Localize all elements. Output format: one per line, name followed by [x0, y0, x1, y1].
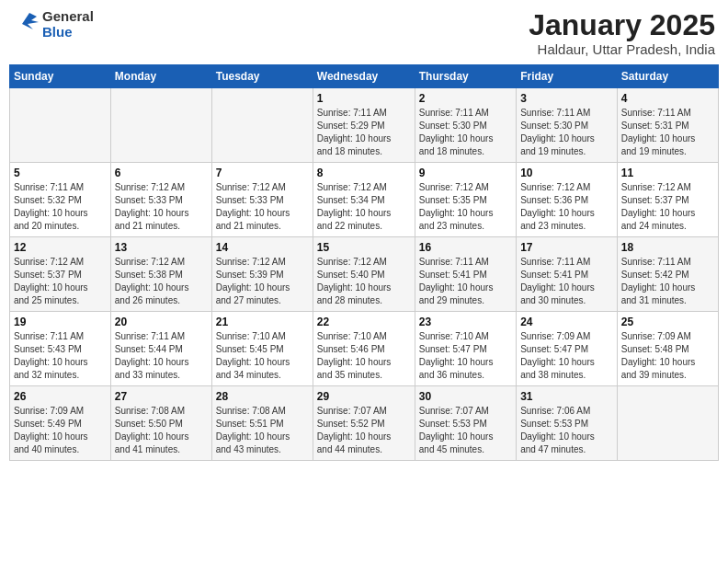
day-number: 23	[419, 316, 512, 328]
table-row	[617, 386, 718, 461]
col-wednesday: Wednesday	[313, 65, 415, 88]
calendar-week-row: 5Sunrise: 7:11 AMSunset: 5:32 PMDaylight…	[10, 163, 719, 237]
table-row: 12Sunrise: 7:12 AMSunset: 5:37 PMDayligh…	[10, 237, 111, 312]
day-info: Sunrise: 7:08 AMSunset: 5:51 PMDaylight:…	[216, 405, 309, 456]
table-row: 10Sunrise: 7:12 AMSunset: 5:36 PMDayligh…	[517, 163, 618, 237]
day-number: 11	[621, 167, 714, 179]
day-info: Sunrise: 7:11 AMSunset: 5:41 PMDaylight:…	[520, 256, 613, 307]
day-info: Sunrise: 7:12 AMSunset: 5:33 PMDaylight:…	[115, 181, 208, 233]
col-sunday: Sunday	[10, 65, 111, 88]
table-row	[110, 88, 211, 163]
day-info: Sunrise: 7:08 AMSunset: 5:50 PMDaylight:…	[115, 405, 208, 456]
table-row: 23Sunrise: 7:10 AMSunset: 5:47 PMDayligh…	[415, 312, 516, 386]
day-info: Sunrise: 7:10 AMSunset: 5:47 PMDaylight:…	[419, 330, 512, 382]
table-row: 1Sunrise: 7:11 AMSunset: 5:29 PMDaylight…	[313, 88, 415, 163]
table-row: 17Sunrise: 7:11 AMSunset: 5:41 PMDayligh…	[517, 237, 618, 312]
table-row: 4Sunrise: 7:11 AMSunset: 5:31 PMDaylight…	[617, 88, 718, 163]
day-number: 26	[14, 390, 107, 403]
table-row: 13Sunrise: 7:12 AMSunset: 5:38 PMDayligh…	[110, 237, 211, 312]
logo-general: General	[42, 9, 94, 25]
day-number: 25	[621, 316, 714, 328]
calendar-header-row: Sunday Monday Tuesday Wednesday Thursday…	[10, 65, 719, 88]
calendar-week-row: 26Sunrise: 7:09 AMSunset: 5:49 PMDayligh…	[10, 386, 719, 461]
table-row: 28Sunrise: 7:08 AMSunset: 5:51 PMDayligh…	[211, 386, 313, 461]
day-info: Sunrise: 7:12 AMSunset: 5:34 PMDaylight:…	[317, 181, 411, 233]
day-info: Sunrise: 7:11 AMSunset: 5:41 PMDaylight:…	[419, 256, 512, 307]
day-info: Sunrise: 7:11 AMSunset: 5:43 PMDaylight:…	[14, 330, 107, 382]
col-thursday: Thursday	[415, 65, 516, 88]
table-row: 25Sunrise: 7:09 AMSunset: 5:48 PMDayligh…	[617, 312, 718, 386]
table-row: 8Sunrise: 7:12 AMSunset: 5:34 PMDaylight…	[313, 163, 415, 237]
day-number: 18	[621, 241, 714, 254]
day-number: 7	[216, 167, 309, 179]
day-info: Sunrise: 7:11 AMSunset: 5:31 PMDaylight:…	[621, 107, 714, 158]
day-number: 5	[14, 167, 107, 179]
calendar-title: January 2025	[529, 9, 715, 41]
day-info: Sunrise: 7:11 AMSunset: 5:29 PMDaylight:…	[317, 107, 411, 158]
day-number: 17	[520, 241, 613, 254]
day-number: 4	[621, 92, 714, 105]
calendar-subtitle: Haldaur, Uttar Pradesh, India	[529, 41, 715, 57]
day-number: 16	[419, 241, 512, 254]
day-info: Sunrise: 7:10 AMSunset: 5:45 PMDaylight:…	[216, 330, 309, 382]
table-row: 24Sunrise: 7:09 AMSunset: 5:47 PMDayligh…	[517, 312, 618, 386]
table-row: 6Sunrise: 7:12 AMSunset: 5:33 PMDaylight…	[110, 163, 211, 237]
table-row: 20Sunrise: 7:11 AMSunset: 5:44 PMDayligh…	[110, 312, 211, 386]
day-info: Sunrise: 7:12 AMSunset: 5:33 PMDaylight:…	[216, 181, 309, 233]
day-number: 15	[317, 241, 411, 254]
day-number: 14	[216, 241, 309, 254]
page-header: General Blue January 2025 Haldaur, Uttar…	[9, 9, 719, 57]
day-number: 13	[115, 241, 208, 254]
day-number: 2	[419, 92, 512, 105]
day-info: Sunrise: 7:12 AMSunset: 5:37 PMDaylight:…	[621, 181, 714, 233]
day-info: Sunrise: 7:10 AMSunset: 5:46 PMDaylight:…	[317, 330, 411, 382]
table-row: 2Sunrise: 7:11 AMSunset: 5:30 PMDaylight…	[415, 88, 516, 163]
day-number: 21	[216, 316, 309, 328]
table-row: 5Sunrise: 7:11 AMSunset: 5:32 PMDaylight…	[10, 163, 111, 237]
day-info: Sunrise: 7:12 AMSunset: 5:37 PMDaylight:…	[14, 256, 107, 307]
table-row: 7Sunrise: 7:12 AMSunset: 5:33 PMDaylight…	[211, 163, 313, 237]
day-info: Sunrise: 7:06 AMSunset: 5:53 PMDaylight:…	[520, 405, 613, 456]
table-row: 31Sunrise: 7:06 AMSunset: 5:53 PMDayligh…	[517, 386, 618, 461]
day-number: 9	[419, 167, 512, 179]
table-row: 3Sunrise: 7:11 AMSunset: 5:30 PMDaylight…	[517, 88, 618, 163]
day-number: 31	[520, 390, 613, 403]
day-number: 28	[216, 390, 309, 403]
day-info: Sunrise: 7:12 AMSunset: 5:40 PMDaylight:…	[317, 256, 411, 307]
logo-blue: Blue	[42, 25, 94, 40]
day-info: Sunrise: 7:12 AMSunset: 5:38 PMDaylight:…	[115, 256, 208, 307]
table-row	[10, 88, 111, 163]
table-row: 26Sunrise: 7:09 AMSunset: 5:49 PMDayligh…	[10, 386, 111, 461]
col-saturday: Saturday	[617, 65, 718, 88]
day-number: 12	[14, 241, 107, 254]
calendar-week-row: 1Sunrise: 7:11 AMSunset: 5:29 PMDaylight…	[10, 88, 719, 163]
table-row: 29Sunrise: 7:07 AMSunset: 5:52 PMDayligh…	[313, 386, 415, 461]
col-monday: Monday	[110, 65, 211, 88]
day-number: 19	[14, 316, 107, 328]
day-info: Sunrise: 7:07 AMSunset: 5:53 PMDaylight:…	[419, 405, 512, 456]
table-row: 21Sunrise: 7:10 AMSunset: 5:45 PMDayligh…	[211, 312, 313, 386]
table-row: 14Sunrise: 7:12 AMSunset: 5:39 PMDayligh…	[211, 237, 313, 312]
day-info: Sunrise: 7:12 AMSunset: 5:35 PMDaylight:…	[419, 181, 512, 233]
table-row: 27Sunrise: 7:08 AMSunset: 5:50 PMDayligh…	[110, 386, 211, 461]
table-row: 15Sunrise: 7:12 AMSunset: 5:40 PMDayligh…	[313, 237, 415, 312]
day-info: Sunrise: 7:11 AMSunset: 5:30 PMDaylight:…	[419, 107, 512, 158]
col-friday: Friday	[517, 65, 618, 88]
day-number: 3	[520, 92, 613, 105]
col-tuesday: Tuesday	[211, 65, 313, 88]
day-info: Sunrise: 7:09 AMSunset: 5:48 PMDaylight:…	[621, 330, 714, 382]
table-row: 19Sunrise: 7:11 AMSunset: 5:43 PMDayligh…	[10, 312, 111, 386]
day-info: Sunrise: 7:09 AMSunset: 5:49 PMDaylight:…	[14, 405, 107, 456]
table-row: 16Sunrise: 7:11 AMSunset: 5:41 PMDayligh…	[415, 237, 516, 312]
day-number: 24	[520, 316, 613, 328]
table-row: 18Sunrise: 7:11 AMSunset: 5:42 PMDayligh…	[617, 237, 718, 312]
day-number: 1	[317, 92, 411, 105]
day-info: Sunrise: 7:11 AMSunset: 5:32 PMDaylight:…	[14, 181, 107, 233]
table-row: 30Sunrise: 7:07 AMSunset: 5:53 PMDayligh…	[415, 386, 516, 461]
day-number: 10	[520, 167, 613, 179]
table-row: 9Sunrise: 7:12 AMSunset: 5:35 PMDaylight…	[415, 163, 516, 237]
day-info: Sunrise: 7:11 AMSunset: 5:30 PMDaylight:…	[520, 107, 613, 158]
day-number: 6	[115, 167, 208, 179]
title-block: January 2025 Haldaur, Uttar Pradesh, Ind…	[529, 9, 715, 57]
svg-marker-0	[22, 13, 39, 29]
